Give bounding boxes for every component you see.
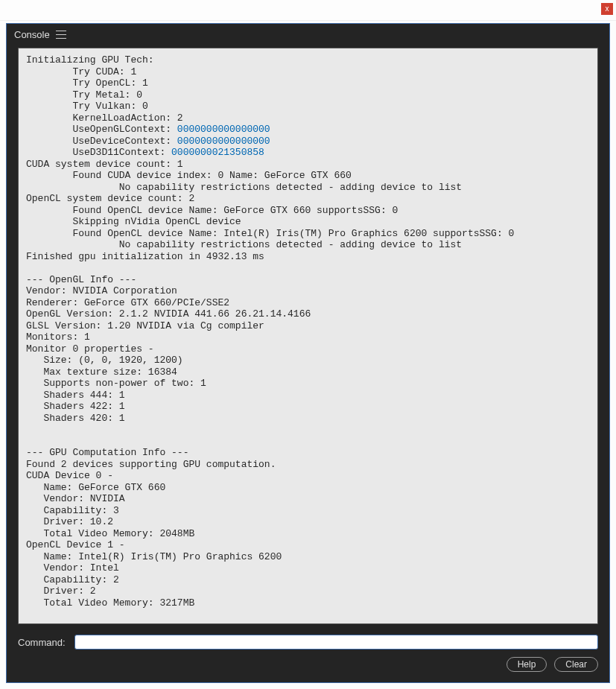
log-line: CUDA Device 0 - [26,470,113,481]
log-line: Finished gpu initialization in 4932.13 m… [26,251,264,262]
log-line: Monitors: 1 [26,331,90,343]
log-line: No capability restrictions detected - ad… [26,182,462,193]
log-line: UseD3D11Context: [26,147,171,158]
log-line: Name: Intel(R) Iris(TM) Pro Graphics 620… [26,551,282,562]
close-icon: x [606,4,609,13]
log-line: Shaders 420: 1 [26,413,125,424]
log-line: OpenCL Device 1 - [26,539,125,550]
log-line: Shaders 444: 1 [26,390,125,401]
log-line: Vendor: NVIDIA Corporation [26,285,177,296]
log-line: Initializing GPU Tech: [26,54,154,66]
log-line: CUDA system device count: 1 [26,159,183,170]
command-row: Command: [7,630,609,657]
button-row: Help Clear [7,657,609,682]
log-line: OpenGL Version: 2.1.2 NVIDIA 441.66 26.2… [26,308,311,320]
help-button[interactable]: Help [507,657,547,672]
log-line: Try Metal: 0 [26,89,142,101]
log-line: Found OpenCL device Name: GeForce GTX 66… [26,205,398,216]
log-line: Capability: 2 [26,574,119,585]
log-hex: 0000000000000000 [177,124,270,135]
titlebar[interactable]: x [0,0,616,21]
log-line: UseDeviceContext: [26,136,177,147]
log-line: Renderer: GeForce GTX 660/PCIe/SSE2 [26,297,229,308]
command-label: Command: [18,637,66,648]
log-line: GLSL Version: 1.20 NVIDIA via Cg compile… [26,320,264,331]
log-line: Try Vulkan: 0 [26,101,148,112]
log-line: Total Video Memory: 2048MB [26,528,194,539]
log-line: Try OpenCL: 1 [26,77,148,89]
log-line: Found OpenCL device Name: Intel(R) Iris(… [26,228,514,239]
log-line: Max texture size: 16384 [26,366,177,378]
log-line: Driver: 10.2 [26,516,113,527]
log-line: Supports non-power of two: 1 [26,378,206,389]
log-line: No capability restrictions detected - ad… [26,239,462,250]
log-line: Try CUDA: 1 [26,66,136,77]
console-window: x Console Initializing GPU Tech: Try CUD… [0,0,616,689]
log-line: --- OpenGL Info --- [26,274,136,285]
log-line: Shaders 422: 1 [26,401,125,412]
log-line: Found 2 devices supporting GPU computati… [26,459,276,470]
log-line: OpenCL system device count: 2 [26,193,194,204]
panel-menu-icon[interactable] [56,31,66,39]
log-line: Total Video Memory: 3217MB [26,597,194,609]
clear-button[interactable]: Clear [554,657,598,672]
log-line: Found CUDA device index: 0 Name: GeForce… [26,170,352,181]
log-hex: 0000000021350858 [171,147,264,158]
log-line: UseOpenGLContext: [26,124,177,135]
panel-title: Console [14,29,50,40]
close-button[interactable]: x [601,3,613,15]
log-line: Skipping nVidia OpenCL device [26,216,241,227]
clear-button-label: Clear [565,659,587,670]
help-button-label: Help [518,659,536,670]
log-line: Capability: 3 [26,505,119,516]
log-line: Name: GeForce GTX 660 [26,482,165,493]
log-line: Size: (0, 0, 1920, 1200) [26,355,183,366]
log-line: Vendor: Intel [26,562,119,574]
console-panel: Console Initializing GPU Tech: Try CUDA:… [6,23,610,683]
command-input[interactable] [74,635,598,650]
log-line: Driver: 2 [26,585,96,597]
log-line: Monitor 0 properties - [26,343,159,355]
console-output[interactable]: Initializing GPU Tech: Try CUDA: 1 Try O… [18,48,598,624]
log-line: --- GPU Computation Info --- [26,447,188,458]
log-hex: 0000000000000000 [177,136,270,147]
log-line: KernelLoadAction: 2 [26,112,183,124]
panel-header: Console [7,24,609,45]
log-line: Vendor: NVIDIA [26,493,125,504]
